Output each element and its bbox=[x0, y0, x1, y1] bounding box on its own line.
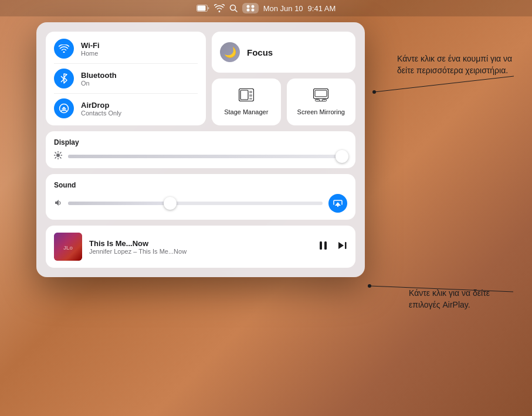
track-artist: Jennifer Lopez – This Is Me...Now bbox=[89, 248, 311, 255]
sound-label: Sound bbox=[54, 181, 347, 189]
bluetooth-text: Bluetooth On bbox=[81, 71, 117, 87]
now-playing-section: JLo This Is Me...Now Jennifer Lopez – Th… bbox=[46, 226, 355, 268]
svg-line-26 bbox=[60, 158, 61, 158]
wifi-icon bbox=[54, 39, 74, 59]
screen-mirroring-label: Screen Mirroring bbox=[297, 108, 345, 115]
wifi-menubar-icon[interactable] bbox=[214, 4, 225, 12]
sound-section: Sound bbox=[46, 174, 355, 220]
svg-point-7 bbox=[251, 9, 254, 12]
brightness-slider-row bbox=[54, 151, 347, 161]
svg-rect-14 bbox=[249, 98, 252, 100]
svg-point-6 bbox=[246, 9, 249, 12]
svg-rect-1 bbox=[197, 6, 205, 11]
stage-manager-icon bbox=[239, 88, 254, 105]
wifi-text: Wi-Fi Home bbox=[81, 41, 100, 57]
focus-label: Focus bbox=[247, 47, 273, 57]
display-section: Display bbox=[46, 131, 355, 168]
playback-controls bbox=[318, 240, 347, 254]
svg-text:JLo: JLo bbox=[63, 245, 73, 251]
wifi-label: Wi-Fi bbox=[81, 41, 100, 50]
pause-button[interactable] bbox=[318, 240, 328, 254]
svg-rect-16 bbox=[315, 90, 327, 97]
airplay-button[interactable] bbox=[328, 194, 347, 213]
next-button[interactable] bbox=[337, 240, 347, 254]
callout-1: Κάντε κλικ σε ένα κουμπί για να δείτε πε… bbox=[397, 53, 514, 77]
airdrop-icon bbox=[54, 98, 74, 118]
volume-thumb[interactable] bbox=[164, 197, 177, 210]
now-playing-info: This Is Me...Now Jennifer Lopez – This I… bbox=[89, 239, 311, 255]
bluetooth-tile-item[interactable]: Bluetooth On bbox=[54, 63, 198, 88]
svg-rect-33 bbox=[345, 242, 347, 249]
svg-point-35 bbox=[372, 90, 376, 94]
svg-point-37 bbox=[368, 284, 371, 288]
svg-rect-32 bbox=[324, 241, 327, 250]
display-label: Display bbox=[54, 138, 347, 146]
bluetooth-icon bbox=[54, 69, 74, 88]
airdrop-text: AirDrop Contacts Only bbox=[81, 101, 121, 117]
album-art-image: JLo bbox=[54, 233, 82, 261]
screen-mirroring-tile[interactable]: Screen Mirroring bbox=[287, 79, 356, 125]
stage-manager-tile[interactable]: Stage Manager bbox=[212, 79, 281, 125]
menubar-date: Mon Jun 10 bbox=[263, 4, 303, 13]
svg-point-20 bbox=[56, 154, 60, 157]
menubar-time: 9:41 AM bbox=[308, 4, 336, 13]
top-tiles-row: Wi-Fi Home Bluetooth On bbox=[46, 32, 355, 125]
svg-point-5 bbox=[251, 5, 254, 8]
menubar: Mon Jun 10 9:41 AM bbox=[0, 0, 532, 16]
brightness-thumb[interactable] bbox=[336, 150, 348, 163]
volume-track[interactable] bbox=[68, 202, 323, 205]
volume-fill bbox=[68, 202, 170, 205]
airdrop-tile-item[interactable]: AirDrop Contacts Only bbox=[54, 93, 198, 118]
airdrop-label: AirDrop bbox=[81, 101, 121, 110]
svg-rect-11 bbox=[240, 90, 248, 100]
screen-mirroring-icon bbox=[313, 88, 328, 105]
control-center-panel: Wi-Fi Home Bluetooth On bbox=[36, 22, 365, 277]
svg-line-27 bbox=[60, 152, 61, 153]
volume-slider-row bbox=[54, 194, 347, 213]
battery-icon bbox=[196, 5, 209, 12]
album-art: JLo bbox=[54, 233, 82, 261]
svg-point-4 bbox=[246, 5, 249, 8]
svg-line-34 bbox=[374, 76, 514, 92]
volume-low-icon bbox=[54, 199, 62, 209]
right-tiles: 🌙 Focus Stage Manager bbox=[212, 32, 355, 125]
stage-manager-label: Stage Manager bbox=[224, 108, 268, 115]
connectivity-tile: Wi-Fi Home Bluetooth On bbox=[46, 32, 206, 125]
track-title: This Is Me...Now bbox=[89, 239, 311, 248]
brightness-fill bbox=[68, 155, 333, 158]
svg-line-3 bbox=[235, 10, 237, 12]
brightness-low-icon bbox=[54, 151, 62, 161]
svg-point-8 bbox=[63, 52, 65, 53]
airdrop-sublabel: Contacts Only bbox=[81, 110, 121, 117]
focus-icon: 🌙 bbox=[220, 42, 240, 62]
bottom-tiles-row: Stage Manager Screen Mirroring bbox=[212, 79, 355, 125]
search-menubar-icon[interactable] bbox=[229, 4, 238, 12]
wifi-tile-item[interactable]: Wi-Fi Home bbox=[54, 39, 198, 59]
callout-2: Κάντε κλικ για να δείτε επιλογές AirPlay… bbox=[409, 287, 514, 311]
svg-rect-31 bbox=[320, 241, 322, 250]
svg-line-28 bbox=[55, 158, 56, 158]
svg-rect-12 bbox=[249, 91, 252, 93]
bluetooth-sublabel: On bbox=[81, 80, 117, 87]
svg-rect-13 bbox=[249, 94, 252, 97]
bluetooth-label: Bluetooth bbox=[81, 71, 117, 80]
focus-tile[interactable]: 🌙 Focus bbox=[212, 32, 355, 73]
wifi-sublabel: Home bbox=[81, 50, 100, 57]
brightness-track[interactable] bbox=[68, 155, 347, 158]
control-center-menubar-icon[interactable] bbox=[242, 3, 259, 13]
svg-line-25 bbox=[55, 152, 56, 153]
